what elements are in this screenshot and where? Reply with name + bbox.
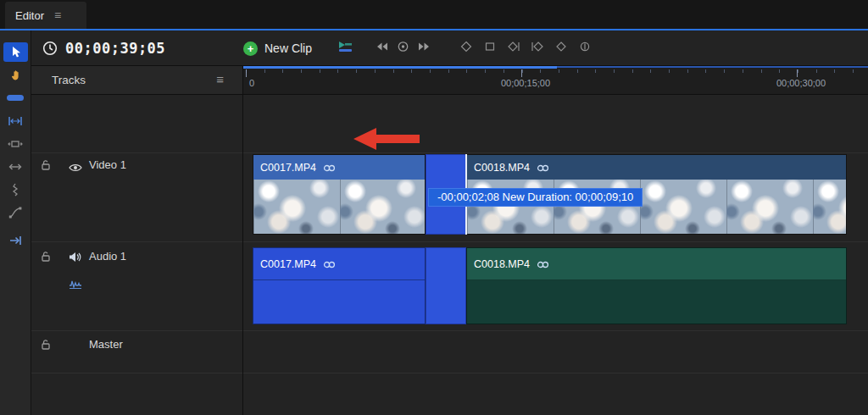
master-track-lock-icon[interactable]: [40, 339, 52, 354]
track-label-master[interactable]: Master: [89, 338, 123, 351]
slip-tool-button[interactable]: [0, 132, 31, 155]
current-timecode[interactable]: 00;00;39;05: [65, 30, 165, 66]
audio-clip-c0017-header: C0017.MP4: [253, 248, 425, 280]
track-separator: [243, 330, 868, 331]
video-clip-c0017[interactable]: C0017.MP4: [253, 154, 426, 235]
track-label-audio-1[interactable]: Audio 1: [89, 250, 126, 263]
link-icon[interactable]: [537, 257, 549, 272]
annotation-arrow-left: [353, 128, 420, 150]
hand-tool-button[interactable]: [0, 64, 31, 86]
new-clip-label: New Clip: [264, 42, 312, 55]
region-marker-button[interactable]: [483, 41, 497, 56]
marker-circle-button[interactable]: [578, 41, 592, 56]
video-track-lock-icon[interactable]: [40, 159, 52, 174]
audio-track-lock-icon[interactable]: [40, 251, 52, 266]
tracks-menu-icon[interactable]: ≡: [216, 72, 224, 86]
ruler-label-30s: 00;00;30;00: [759, 78, 843, 88]
insert-tool-button[interactable]: [0, 229, 31, 252]
curve-icon: [8, 207, 22, 219]
new-clip-button[interactable]: + New Clip: [243, 30, 312, 66]
clip-name: C0017.MP4: [260, 162, 316, 174]
tab-editor[interactable]: Editor ≡: [5, 2, 86, 29]
timeline-ruler[interactable]: 0 00;00;15;00 00;00;30;00: [243, 66, 868, 95]
link-icon[interactable]: [323, 160, 336, 175]
track-label-video-1[interactable]: Video 1: [89, 158, 126, 171]
audio-clip-body: [253, 280, 425, 324]
next-edit-button[interactable]: [417, 41, 431, 56]
trim-icon: [8, 116, 23, 126]
insert-arrow-icon: [8, 235, 22, 246]
clip-name: C0018.MP4: [474, 258, 530, 270]
curve-tool-button[interactable]: [0, 201, 31, 224]
marker-diamond-button[interactable]: [554, 41, 568, 56]
timeline-area[interactable]: C0017.MP4 C0018.MP4: [243, 95, 868, 415]
video-editor-window: Editor ≡: [0, 0, 868, 415]
timeline-toolbar: 00;00;39;05 + New Clip: [31, 30, 868, 66]
track-separator: [31, 152, 242, 153]
link-icon[interactable]: [323, 257, 336, 272]
trim-preview-region-audio[interactable]: [426, 247, 466, 324]
rewind-icon: [375, 41, 389, 53]
clip-name: C0017.MP4: [260, 258, 316, 270]
tab-editor-label: Editor: [15, 9, 44, 22]
ruler-label-15s: 00;00;15;00: [483, 78, 568, 88]
play-around-button[interactable]: [397, 41, 409, 56]
track-separator: [31, 330, 242, 331]
tracks-title: Tracks: [52, 74, 86, 86]
keyframe-diamond-button[interactable]: [459, 41, 473, 56]
trim-tool-button[interactable]: [0, 109, 31, 132]
selection-arrow-icon: [10, 46, 21, 58]
link-icon[interactable]: [537, 160, 549, 175]
marker-out-button[interactable]: [531, 41, 544, 56]
toolbar-marker-group: [459, 30, 592, 66]
video-clip-c0018-header: C0018.MP4: [467, 155, 846, 180]
previous-edit-button[interactable]: [375, 41, 389, 56]
razor-tool-button[interactable]: [0, 178, 31, 201]
fast-forward-icon: [417, 41, 431, 53]
track-separator: [243, 373, 868, 374]
track-headers-panel: Video 1 Audio 1: [31, 95, 243, 415]
track-separator: [243, 241, 868, 242]
panel-tab-bar: Editor ≡: [0, 0, 868, 29]
selection-tool-button[interactable]: [0, 41, 31, 64]
audio-clip-c0017[interactable]: C0017.MP4: [253, 247, 426, 324]
audio-clip-c0018[interactable]: C0018.MP4: [466, 247, 847, 324]
track-separator: [31, 241, 242, 242]
marker-in-button[interactable]: [507, 41, 520, 56]
diamond-line-left-icon: [531, 41, 544, 53]
ruler-label-0: 0: [249, 78, 254, 88]
ruler-major-ticks: [246, 69, 868, 77]
toolbar-transport-group: [375, 30, 431, 66]
circle-bar-icon: [578, 41, 592, 53]
tab-menu-icon[interactable]: ≡: [54, 9, 61, 21]
slide-tool-button[interactable]: [0, 155, 31, 178]
selection-tool-highlight: [3, 42, 28, 62]
square-marker-icon: [483, 41, 497, 53]
audio-clip-body: [467, 280, 846, 324]
slide-icon: [8, 163, 23, 171]
diamond-line-right-icon: [507, 41, 520, 53]
track-select-tool-button[interactable]: [0, 86, 31, 109]
video-track-visibility-icon[interactable]: [69, 161, 82, 176]
audio-track-mute-icon[interactable]: [69, 251, 81, 266]
tools-sidebar: [0, 30, 31, 415]
diamond-icon: [459, 41, 473, 53]
plus-icon: +: [243, 42, 258, 56]
trim-duration-tooltip: -00;00;02;08 New Duration: 00;00;09;10: [428, 188, 643, 207]
video-clip-c0017-header: C0017.MP4: [253, 155, 425, 180]
audio-clip-c0018-header: C0018.MP4: [467, 248, 846, 280]
track-select-icon: [7, 95, 24, 101]
track-separator: [31, 373, 242, 374]
diamond-small-icon: [554, 41, 568, 53]
auto-ripple-icon: [337, 40, 353, 53]
hand-icon: [9, 69, 22, 82]
tracks-panel-header: Tracks ≡: [31, 66, 243, 95]
track-separator: [243, 152, 868, 153]
clip-thumbnails: [253, 180, 425, 234]
auto-ripple-button[interactable]: [337, 40, 353, 57]
toolbar-snap-group: [337, 30, 353, 66]
clip-name: C0018.MP4: [474, 162, 530, 174]
record-circle-icon: [397, 41, 409, 53]
audio-waveform-toggle-icon[interactable]: [69, 278, 82, 293]
ruler-workarea-bar: [243, 66, 557, 69]
